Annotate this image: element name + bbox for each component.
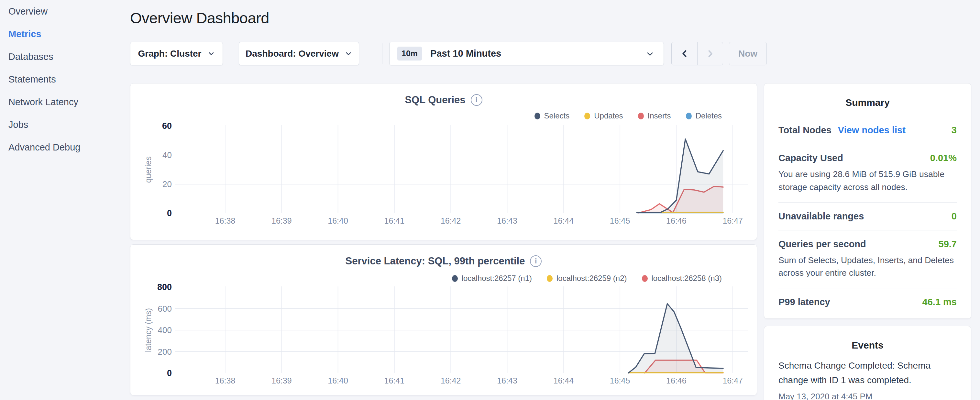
svg-text:16:39: 16:39 — [272, 216, 292, 225]
summary-row-value: 3 — [951, 125, 957, 135]
summary-rows: Total NodesView nodes list3Capacity Used… — [764, 116, 971, 316]
chevron-right-icon — [705, 49, 715, 59]
summary-row: Capacity Used0.01%You are using 28.6 MiB… — [778, 144, 957, 202]
svg-text:800: 800 — [157, 282, 172, 292]
svg-text:16:40: 16:40 — [328, 376, 348, 385]
summary-title: Summary — [764, 83, 971, 108]
svg-text:16:43: 16:43 — [497, 376, 517, 385]
event-item[interactable]: Schema Change Completed: Schema change w… — [778, 359, 957, 400]
sidebar: OverviewMetricsDatabasesStatementsNetwor… — [0, 0, 129, 400]
dashboard-dropdown[interactable]: Dashboard: Overview — [239, 42, 359, 65]
sidebar-item-databases[interactable]: Databases — [8, 45, 129, 68]
time-step-buttons — [671, 42, 723, 65]
chevron-down-icon — [646, 49, 654, 59]
svg-text:16:46: 16:46 — [666, 216, 687, 225]
sidebar-item-network-latency[interactable]: Network Latency — [8, 91, 129, 113]
view-nodes-list-link[interactable]: View nodes list — [838, 125, 905, 135]
summary-row: Unavailable ranges0 — [778, 202, 957, 230]
svg-text:16:42: 16:42 — [441, 376, 461, 385]
time-range-dropdown[interactable]: 10m Past 10 Minutes — [389, 42, 664, 65]
chevron-down-icon — [207, 50, 215, 57]
svg-text:16:38: 16:38 — [215, 376, 235, 385]
svg-text:16:47: 16:47 — [722, 376, 743, 385]
previous-time-button[interactable] — [672, 42, 697, 65]
svg-text:0: 0 — [167, 368, 172, 378]
svg-text:queries: queries — [144, 156, 153, 183]
chevron-left-icon — [679, 49, 690, 59]
svg-text:16:40: 16:40 — [328, 216, 348, 225]
time-range-label: Past 10 Minutes — [430, 48, 501, 59]
summary-row-value: 59.7 — [939, 239, 957, 250]
svg-text:16:44: 16:44 — [554, 376, 574, 385]
svg-text:200: 200 — [158, 347, 172, 357]
summary-row-label: Unavailable ranges — [778, 211, 864, 222]
events-panel: Events Schema Change Completed: Schema c… — [764, 326, 971, 400]
svg-text:16:42: 16:42 — [441, 216, 461, 225]
summary-row-description: You are using 28.6 MiB of 515.9 GiB usab… — [778, 168, 957, 194]
sidebar-nav: OverviewMetricsDatabasesStatementsNetwor… — [0, 0, 129, 159]
svg-text:400: 400 — [158, 325, 172, 335]
svg-text:16:39: 16:39 — [272, 376, 292, 385]
chart-plot[interactable]: 16:3816:3916:4016:4116:4216:4316:4416:45… — [130, 245, 757, 396]
summary-row-label: Capacity Used — [778, 153, 843, 163]
svg-text:16:46: 16:46 — [666, 376, 687, 385]
toolbar-divider — [382, 43, 382, 64]
svg-text:16:45: 16:45 — [610, 216, 630, 225]
sidebar-item-statements[interactable]: Statements — [8, 68, 129, 91]
summary-row: Total NodesView nodes list3 — [778, 116, 957, 144]
sql-queries-chart-card: SQL Queriesi SelectsUpdatesInsertsDelete… — [130, 83, 757, 240]
summary-row-value: 0 — [951, 211, 957, 222]
event-timestamp: May 13, 2020 at 4:45 PM — [778, 392, 957, 400]
svg-text:16:41: 16:41 — [384, 376, 405, 385]
graph-dropdown-label: Graph: Cluster — [138, 49, 201, 59]
dashboard-dropdown-label: Dashboard: Overview — [245, 49, 339, 59]
summary-row: P99 latency46.1 ms — [778, 288, 957, 316]
time-range-badge: 10m — [397, 46, 422, 61]
service-latency-chart-card: Service Latency: SQL, 99th percentilei l… — [130, 244, 757, 395]
summary-row-description: Sum of Selects, Updates, Inserts, and De… — [778, 254, 957, 280]
svg-text:16:38: 16:38 — [215, 216, 235, 225]
app-root: OverviewMetricsDatabasesStatementsNetwor… — [0, 0, 980, 400]
svg-text:40: 40 — [162, 150, 172, 160]
summary-row-value: 46.1 ms — [923, 297, 957, 308]
svg-text:16:41: 16:41 — [384, 216, 405, 225]
summary-row-value: 0.01% — [930, 153, 957, 163]
summary-row-label: Total Nodes — [778, 125, 832, 135]
event-text: Schema Change Completed: Schema change w… — [778, 359, 957, 388]
sidebar-item-overview[interactable]: Overview — [8, 0, 129, 23]
svg-text:60: 60 — [162, 121, 172, 131]
svg-text:20: 20 — [162, 179, 172, 189]
next-time-button[interactable] — [697, 42, 723, 65]
summary-row-label: Queries per second — [778, 239, 866, 250]
now-button[interactable]: Now — [729, 42, 767, 65]
events-list: Schema Change Completed: Schema change w… — [764, 359, 971, 400]
svg-text:16:43: 16:43 — [497, 216, 517, 225]
svg-text:16:44: 16:44 — [554, 216, 574, 225]
chevron-down-icon — [345, 50, 352, 57]
svg-text:latency (ms): latency (ms) — [144, 308, 153, 352]
chart-plot[interactable]: 16:3816:3916:4016:4116:4216:4316:4416:45… — [130, 83, 757, 241]
graph-dropdown[interactable]: Graph: Cluster — [130, 42, 223, 65]
svg-text:0: 0 — [167, 209, 172, 218]
svg-text:16:45: 16:45 — [610, 376, 630, 385]
sidebar-item-advanced-debug[interactable]: Advanced Debug — [8, 136, 129, 159]
summary-panel: Summary Total NodesView nodes list3Capac… — [764, 83, 971, 319]
svg-text:16:47: 16:47 — [722, 216, 743, 225]
summary-row-label: P99 latency — [778, 297, 830, 308]
sidebar-item-metrics[interactable]: Metrics — [8, 23, 129, 45]
svg-text:600: 600 — [158, 304, 172, 314]
events-title: Events — [764, 326, 971, 351]
summary-row: Queries per second59.7Sum of Selects, Up… — [778, 230, 957, 288]
page-title: Overview Dashboard — [130, 9, 269, 27]
sidebar-item-jobs[interactable]: Jobs — [8, 113, 129, 136]
